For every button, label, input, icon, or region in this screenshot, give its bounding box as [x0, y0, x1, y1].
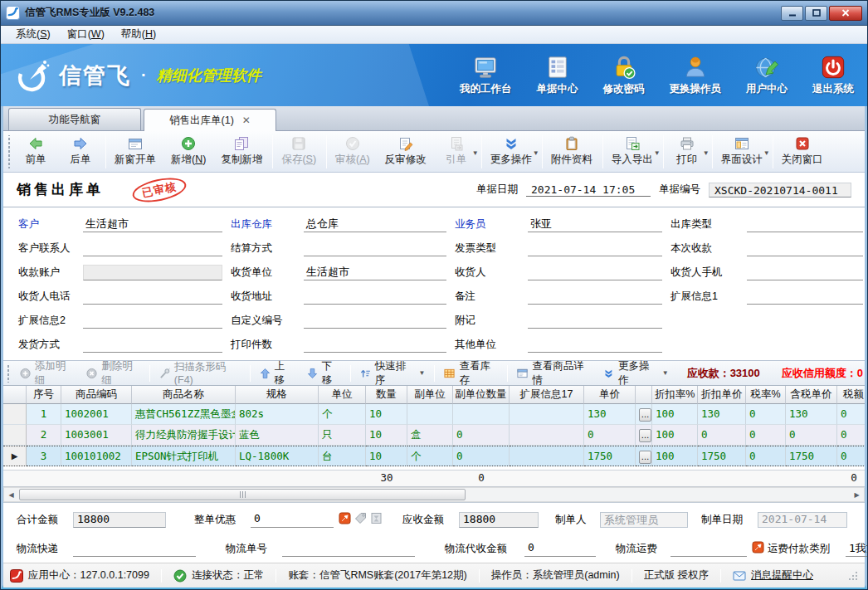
toolbar-button-close-window[interactable]: 关闭窗口	[775, 133, 831, 171]
banner-action-exit-system[interactable]: 退出系统	[812, 55, 854, 96]
detail-button-view-stock[interactable]: 查看库存	[437, 363, 505, 383]
grid-col-header-0[interactable]: 序号	[27, 386, 61, 404]
tab-1[interactable]: 销售出库单(1)✕	[144, 109, 276, 131]
toolbar-button-ui-design[interactable]: 界面设计▼	[714, 133, 771, 171]
banner-action-switch-operator[interactable]: 更换操作员	[670, 55, 722, 96]
grid-cell[interactable]	[510, 446, 584, 466]
grid-cell[interactable]: 10	[366, 446, 407, 466]
promotion-button[interactable]	[370, 512, 383, 528]
menu-item-2[interactable]: 帮助(H)	[113, 26, 164, 43]
toolbar-button-copy-new[interactable]: 复制新增	[214, 133, 271, 171]
grid-cell[interactable]: 台	[319, 446, 366, 466]
minimize-button[interactable]	[781, 6, 803, 21]
scroll-left-icon[interactable]: ◀	[5, 489, 17, 500]
grid-cell[interactable]: 10	[366, 404, 407, 425]
field-input-0-3[interactable]	[747, 217, 863, 232]
resize-grip-icon[interactable]	[848, 571, 858, 581]
scroll-right-icon[interactable]: ▶	[851, 489, 863, 500]
grid-cell[interactable]	[510, 425, 584, 446]
field-input-5-1[interactable]	[304, 337, 446, 353]
grid-cell[interactable]: 802s	[236, 404, 319, 425]
grid-cell[interactable]: 0	[746, 425, 786, 446]
toolbar-button-add-new[interactable]: 新增(N)	[164, 133, 214, 171]
grid-col-header-14[interactable]: 含税单价	[786, 386, 837, 404]
grid-col-header-2[interactable]: 商品名称	[132, 386, 236, 404]
toolbar-button-new-window-doc[interactable]: 新窗开单	[108, 133, 164, 171]
field-input-4-0[interactable]	[83, 313, 222, 329]
field-input-1-2[interactable]	[528, 241, 662, 256]
grid-col-header-9[interactable]: 单价	[584, 386, 636, 404]
field-input-1-3[interactable]	[747, 241, 863, 256]
grid-cell[interactable]: 10	[366, 425, 407, 446]
grid-col-header-15[interactable]: 税额	[837, 386, 865, 404]
grid-cell[interactable]: 3	[27, 446, 61, 466]
grid-cell[interactable]: 0	[453, 425, 510, 446]
row-selector-cell[interactable]: ▶	[3, 446, 27, 466]
menu-item-0[interactable]: 系统(S)	[7, 26, 59, 43]
grid-cell[interactable]: 100	[652, 446, 698, 466]
field-input-3-0[interactable]	[83, 289, 222, 305]
field-input-5-0[interactable]	[83, 337, 222, 353]
grid-col-header-7[interactable]: 副单位数量	[453, 386, 510, 404]
grid-cell[interactable]: 0	[837, 425, 865, 446]
tab-0[interactable]: 功能导航窗	[8, 108, 141, 130]
grid-col-header-13[interactable]: 税率%	[746, 386, 786, 404]
totals-value[interactable]	[671, 541, 747, 557]
grid-cell[interactable]: LQ-1800K	[236, 446, 319, 466]
grid-col-header-3[interactable]: 规格	[236, 386, 319, 404]
grid-cell[interactable]	[510, 404, 584, 425]
toolbar-button-attachment[interactable]: 附件资料	[544, 133, 601, 171]
grid-cell[interactable]: 130	[698, 404, 746, 425]
grid-cell[interactable]: 盒	[407, 425, 453, 446]
toolbar-button-next-doc[interactable]: 后单	[59, 133, 104, 171]
field-input-2-2[interactable]	[528, 265, 662, 280]
grid-cell[interactable]: 1002001	[61, 404, 132, 425]
totals-value[interactable]	[73, 541, 196, 557]
field-input-1-1[interactable]	[304, 241, 446, 256]
field-input-4-2[interactable]	[528, 313, 662, 329]
chevron-down-icon[interactable]: ▼	[533, 149, 539, 157]
discount-edit-button[interactable]	[339, 512, 351, 528]
toolbar-button-unaudit-edit[interactable]: 反审修改	[378, 133, 435, 171]
cell-more-button[interactable]: …	[639, 429, 651, 442]
detail-button-move-down[interactable]: 下移	[300, 363, 348, 383]
table-row[interactable]: 21003001得力经典防滑握手设计蓝色只10盒00…1000000	[3, 425, 865, 446]
banner-action-user-center[interactable]: 用户中心	[746, 55, 788, 96]
menu-item-1[interactable]: 窗口(W)	[59, 26, 113, 43]
totals-value[interactable]: 0	[251, 512, 334, 528]
status-segment-5[interactable]: 消息提醒中心	[733, 568, 813, 583]
field-input-3-1[interactable]	[304, 289, 446, 305]
grid-col-header-6[interactable]: 副单位	[407, 386, 453, 404]
maximize-button[interactable]	[805, 6, 827, 21]
toolbar-button-more-ops[interactable]: 更多操作▼	[484, 133, 540, 171]
grid-cell[interactable]: …	[636, 404, 652, 425]
detail-button-more-ops[interactable]: 更多操作▼	[597, 363, 675, 383]
field-input-0-1[interactable]: 总仓库	[304, 217, 446, 232]
grid-cell[interactable]	[453, 404, 510, 425]
field-input-4-1[interactable]	[304, 313, 446, 329]
grid-cell[interactable]: 1750	[698, 446, 746, 466]
scrollbar-track[interactable]	[17, 488, 851, 501]
chevron-down-icon[interactable]: ▼	[763, 149, 770, 157]
grid-cell[interactable]: 个	[407, 446, 453, 466]
grid-cell[interactable]: 100	[652, 425, 698, 446]
grid-cell[interactable]: 个	[319, 404, 366, 425]
grid-cell[interactable]: 0	[746, 446, 786, 466]
tab-close-icon[interactable]: ✕	[242, 115, 251, 125]
toolbar-button-import-export[interactable]: 导入导出▼	[605, 133, 661, 171]
grid-cell[interactable]: 0	[746, 404, 786, 425]
grid-cell[interactable]: 0	[837, 404, 865, 425]
table-row[interactable]: ▶3100101002EPSON针式打印机LQ-1800K台10个01750…1…	[3, 446, 865, 466]
grid-cell[interactable]: …	[636, 446, 652, 466]
grid-cell[interactable]: 2	[27, 425, 61, 446]
grid-cell[interactable]: 100	[652, 404, 698, 425]
row-selector-cell[interactable]	[3, 425, 27, 446]
field-input-1-0[interactable]	[83, 241, 222, 256]
row-selector-cell[interactable]	[3, 404, 27, 425]
grid-cell[interactable]	[407, 404, 453, 425]
field-input-2-1[interactable]: 生活超市	[304, 265, 446, 280]
chevron-down-icon[interactable]: ▼	[472, 149, 479, 157]
toolbar-button-print[interactable]: 打印▼	[666, 133, 710, 171]
grid-cell[interactable]: 0	[584, 425, 636, 446]
grid-cell[interactable]: 1003001	[61, 425, 132, 446]
